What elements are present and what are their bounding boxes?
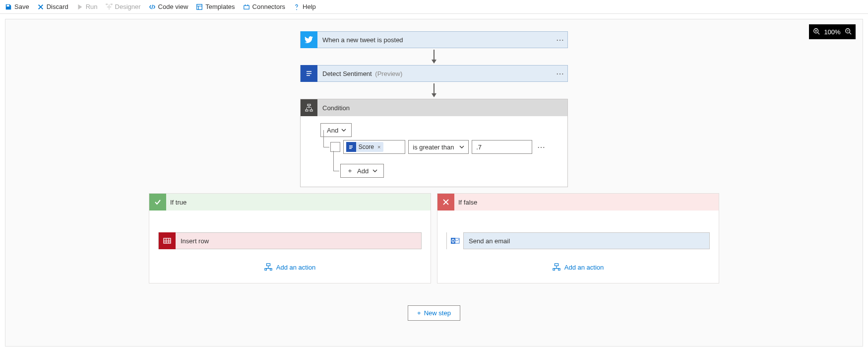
branch-header[interactable]: If false — [437, 194, 719, 211]
sentiment-title: Detect Sentiment (Preview) — [317, 70, 553, 77]
new-step-label: New step — [424, 309, 451, 317]
preview-label: (Preview) — [375, 70, 402, 77]
close-icon — [37, 3, 44, 10]
text-analytics-icon — [301, 65, 317, 82]
svg-rect-13 — [270, 269, 272, 271]
text-analytics-icon — [346, 142, 356, 152]
svg-point-0 — [108, 6, 110, 8]
branch-title: If false — [454, 199, 477, 206]
chevron-down-icon — [341, 127, 346, 134]
condition-row: Score × is greater than .7 — [330, 140, 548, 154]
add-action-label: Add an action — [564, 264, 604, 271]
token-remove-button[interactable]: × — [376, 144, 381, 150]
svg-rect-12 — [265, 269, 267, 271]
chevron-down-icon — [372, 167, 377, 175]
if-false-branch: If false Send an email Add an action — [437, 193, 719, 283]
token-label: Score — [359, 143, 374, 150]
code-icon — [149, 3, 156, 10]
zoom-in-button[interactable] — [813, 28, 820, 36]
check-icon — [149, 194, 166, 211]
run-button[interactable]: Run — [75, 0, 99, 13]
help-icon — [293, 3, 300, 10]
svg-rect-17 — [555, 264, 558, 266]
svg-rect-11 — [266, 264, 270, 266]
condition-card: Condition And Score × — [300, 99, 568, 187]
value-text: .7 — [476, 143, 482, 151]
designer-icon — [106, 3, 113, 10]
toolbar-label: Save — [14, 3, 29, 10]
add-action-icon — [264, 263, 272, 271]
operator-label: is greater than — [413, 143, 454, 151]
templates-icon — [196, 3, 203, 10]
toolbar: Save Discard Run Designer Code view Temp… — [0, 0, 868, 14]
toolbar-label: Designer — [115, 3, 141, 10]
row-more-button[interactable] — [535, 142, 548, 152]
add-label: Add — [357, 167, 369, 175]
card-more-button[interactable] — [553, 69, 567, 78]
zoom-control: 100% — [809, 24, 856, 39]
connectors-button[interactable]: Connectors — [242, 0, 286, 13]
condition-title: Condition — [317, 104, 567, 112]
toolbar-label: Discard — [47, 3, 68, 10]
dynamic-token[interactable]: Score × — [346, 142, 384, 152]
zoom-level: 100% — [824, 28, 841, 36]
add-action-button[interactable]: Add an action — [553, 263, 604, 271]
save-button[interactable]: Save — [4, 0, 30, 13]
add-action-icon — [553, 263, 560, 271]
outlook-icon — [447, 232, 464, 249]
svg-rect-7 — [308, 104, 310, 106]
svg-rect-9 — [310, 110, 312, 111]
new-step-button[interactable]: + New step — [408, 305, 460, 321]
condition-value-left[interactable]: Score × — [343, 140, 406, 154]
group-operator-dropdown[interactable]: And — [320, 123, 352, 137]
zoom-out-button[interactable] — [845, 28, 852, 36]
send-email-card[interactable]: Send an email — [446, 232, 710, 249]
designer-canvas: 100% When a new tweet is posted Detect S… — [5, 19, 863, 347]
condition-value-right[interactable]: .7 — [472, 140, 532, 154]
flow-arrow — [431, 83, 437, 97]
svg-rect-2 — [111, 3, 112, 4]
svg-rect-19 — [558, 269, 560, 271]
plus-icon: ＋ — [347, 166, 353, 175]
svg-rect-1 — [106, 3, 107, 4]
flow-arrow — [431, 50, 437, 64]
toolbar-label: Templates — [205, 3, 235, 10]
group-operator-label: And — [327, 127, 338, 134]
templates-button[interactable]: Templates — [195, 0, 236, 13]
branch-header[interactable]: If true — [149, 194, 431, 211]
trigger-title: When a new tweet is posted — [317, 36, 553, 44]
chevron-down-icon — [459, 143, 464, 151]
discard-button[interactable]: Discard — [36, 0, 69, 13]
add-condition-button[interactable]: ＋ Add — [340, 164, 384, 178]
save-icon — [5, 3, 12, 10]
play-icon — [76, 3, 83, 10]
action-title: Insert row — [176, 237, 421, 245]
svg-rect-18 — [553, 269, 555, 271]
sentiment-title-text: Detect Sentiment — [322, 70, 372, 77]
toolbar-label: Connectors — [252, 3, 285, 10]
svg-rect-10 — [164, 238, 171, 243]
help-button[interactable]: Help — [292, 0, 317, 13]
condition-icon — [301, 99, 317, 116]
action-title: Send an email — [464, 237, 709, 245]
branch-title: If true — [166, 199, 186, 206]
twitter-icon — [301, 31, 317, 48]
add-action-label: Add an action — [276, 264, 316, 271]
card-more-button[interactable] — [553, 35, 567, 45]
add-action-button[interactable]: Add an action — [264, 263, 316, 271]
row-checkbox[interactable] — [330, 142, 340, 152]
svg-rect-15 — [451, 238, 455, 244]
condition-branches: If true Insert row Add an action — [149, 193, 719, 283]
designer-button[interactable]: Designer — [105, 0, 142, 13]
if-true-branch: If true Insert row Add an action — [149, 193, 431, 283]
insert-row-card[interactable]: Insert row — [158, 232, 422, 249]
toolbar-label: Run — [86, 3, 98, 10]
condition-header[interactable]: Condition — [301, 99, 567, 116]
condition-operator-dropdown[interactable]: is greater than — [408, 140, 469, 154]
sentiment-card[interactable]: Detect Sentiment (Preview) — [300, 65, 568, 82]
svg-rect-4 — [244, 5, 249, 9]
svg-rect-8 — [306, 110, 308, 111]
trigger-card[interactable]: When a new tweet is posted — [300, 31, 568, 48]
svg-rect-3 — [197, 4, 202, 9]
codeview-button[interactable]: Code view — [148, 0, 189, 13]
